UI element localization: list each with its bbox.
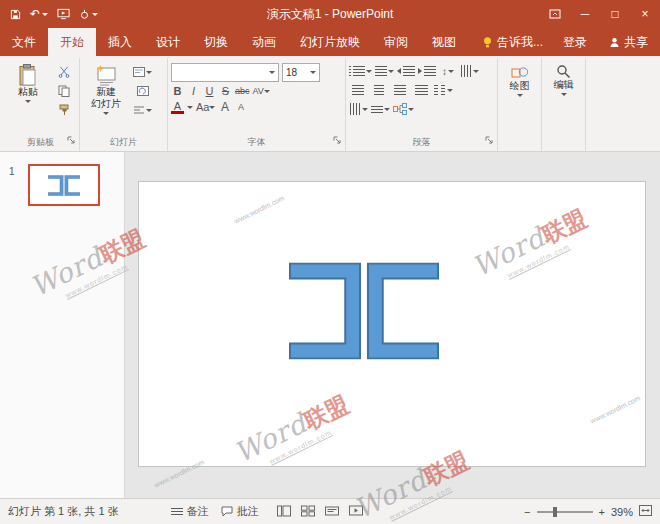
format-painter-button[interactable] — [55, 102, 73, 118]
slide-canvas[interactable] — [138, 181, 646, 467]
align-right-button[interactable] — [391, 82, 409, 98]
increase-indent-button[interactable] — [418, 63, 436, 79]
paragraph-dialog-launcher[interactable] — [485, 136, 494, 149]
font-color-button[interactable]: A — [171, 101, 184, 114]
share-button[interactable]: 共享 — [597, 28, 660, 56]
numbering-button[interactable] — [375, 63, 394, 79]
slideshow-view-button[interactable] — [349, 505, 363, 519]
touch-mode-button[interactable] — [79, 9, 98, 20]
slide-counter: 幻灯片 第 1 张, 共 1 张 — [8, 504, 119, 519]
clipboard-icon — [19, 64, 37, 86]
align-left-button[interactable] — [349, 82, 367, 98]
tab-slideshow[interactable]: 幻灯片放映 — [288, 28, 372, 56]
tab-animations[interactable]: 动画 — [240, 28, 288, 56]
comments-button[interactable]: 批注 — [221, 504, 259, 519]
start-slideshow-button[interactable] — [57, 8, 70, 20]
rotate-text-button[interactable] — [349, 101, 368, 117]
sign-in-button[interactable]: 登录 — [553, 28, 597, 56]
font-size-combo[interactable]: 18 — [282, 63, 320, 82]
save-button[interactable] — [10, 9, 21, 20]
powerpoint-window: ↶ 演示文稿1 - PowerPoint ─ □ × 文件 开始 插入 设计 切… — [0, 0, 660, 524]
i-beam-left-half[interactable] — [290, 264, 360, 359]
status-bar: 幻灯片 第 1 张, 共 1 张 备注 批注 − + — [0, 498, 660, 524]
slide-number: 1 — [9, 166, 15, 177]
font-name-combo[interactable] — [171, 63, 279, 82]
tab-file[interactable]: 文件 — [0, 28, 48, 56]
drawing-button[interactable]: 绘图 — [501, 60, 538, 136]
tab-home[interactable]: 开始 — [48, 28, 96, 56]
fit-to-window-button[interactable] — [639, 505, 652, 518]
slide-thumbnail-1[interactable] — [28, 164, 100, 206]
person-icon — [609, 37, 620, 48]
save-icon — [10, 9, 21, 20]
undo-button[interactable]: ↶ — [30, 7, 48, 21]
tab-transitions[interactable]: 切换 — [192, 28, 240, 56]
columns-button[interactable] — [433, 82, 453, 98]
group-label-clipboard: 剪贴板 — [27, 137, 54, 147]
tab-view[interactable]: 视图 — [420, 28, 468, 56]
align-center-button[interactable] — [370, 82, 388, 98]
close-button[interactable]: × — [630, 0, 660, 28]
tab-insert[interactable]: 插入 — [96, 28, 144, 56]
tab-design[interactable]: 设计 — [144, 28, 192, 56]
shrink-font-button[interactable]: A — [234, 102, 247, 112]
strikethrough-button[interactable]: S — [219, 85, 232, 97]
clipboard-dialog-launcher[interactable] — [67, 136, 76, 149]
rotate-text-caret-icon — [362, 108, 368, 111]
change-case-button[interactable]: Aa — [196, 101, 215, 113]
paste-caret-icon — [25, 100, 31, 103]
convert-to-smartart-button[interactable] — [393, 101, 414, 117]
section-button[interactable] — [133, 102, 152, 118]
reset-slide-button[interactable] — [133, 83, 152, 99]
cut-button[interactable] — [55, 64, 73, 80]
align-text-button[interactable] — [371, 101, 390, 117]
slide-sorter-view-button[interactable] — [301, 505, 315, 519]
line-spacing-button[interactable]: ↕ — [439, 63, 457, 79]
bullets-button[interactable] — [349, 63, 372, 79]
maximize-button[interactable]: □ — [600, 0, 630, 28]
change-case-caret-icon — [209, 106, 215, 109]
minimize-button[interactable]: ─ — [570, 0, 600, 28]
zoom-slider[interactable] — [537, 511, 593, 513]
workspace: 1 — [0, 152, 660, 498]
dialog-launcher-icon — [333, 136, 342, 145]
text-direction-button[interactable] — [460, 63, 479, 79]
i-beam-shape[interactable] — [289, 262, 439, 360]
decrease-indent-button[interactable] — [397, 63, 415, 79]
ribbon-display-options-button[interactable] — [540, 0, 570, 28]
font-dialog-launcher[interactable] — [333, 136, 342, 149]
tell-me-label: 告诉我... — [497, 34, 543, 51]
normal-view-button[interactable] — [277, 505, 291, 519]
slide-editing-area[interactable] — [125, 152, 660, 498]
slide-thumbnail-pane[interactable]: 1 — [0, 152, 125, 498]
drawing-shapes-icon — [511, 64, 529, 80]
columns-caret-icon — [447, 89, 453, 92]
underline-button[interactable]: U — [203, 85, 216, 97]
zoom-slider-thumb[interactable] — [553, 507, 557, 517]
character-spacing-button[interactable]: AV — [253, 86, 270, 96]
layout-button[interactable] — [133, 64, 152, 80]
ribbon-display-options-icon — [549, 8, 561, 20]
tab-review[interactable]: 审阅 — [372, 28, 420, 56]
text-shadow-button[interactable]: abc — [235, 86, 250, 96]
bold-button[interactable]: B — [171, 85, 184, 97]
i-beam-right-half[interactable] — [368, 264, 438, 359]
paste-button[interactable]: 粘贴 — [5, 60, 51, 136]
format-painter-icon — [58, 104, 70, 116]
editing-button[interactable]: 编辑 — [545, 60, 582, 136]
copy-button[interactable] — [55, 83, 73, 99]
tell-me-box[interactable]: 告诉我... — [476, 28, 549, 56]
grow-font-button[interactable]: A — [218, 100, 231, 114]
scissors-icon — [58, 66, 70, 78]
zoom-in-button[interactable]: + — [599, 506, 605, 518]
new-slide-button[interactable]: 新建 幻灯片 — [83, 60, 129, 136]
reading-view-button[interactable] — [325, 505, 339, 519]
slideshow-view-icon — [349, 505, 363, 517]
italic-button[interactable]: I — [187, 85, 200, 97]
drawing-caret-icon — [517, 94, 523, 97]
zoom-out-button[interactable]: − — [524, 506, 530, 518]
zoom-percent[interactable]: 39% — [611, 506, 633, 518]
justify-button[interactable] — [412, 82, 430, 98]
new-slide-icon — [95, 64, 117, 86]
notes-button[interactable]: 备注 — [171, 504, 209, 519]
